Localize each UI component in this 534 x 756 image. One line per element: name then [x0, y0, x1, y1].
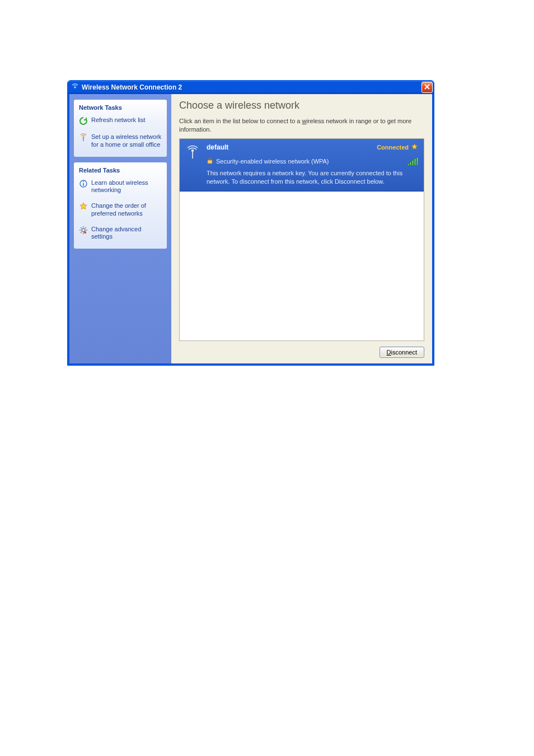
related-tasks-heading: Related Tasks	[79, 167, 162, 174]
refresh-network-list[interactable]: Refresh network list	[79, 116, 162, 125]
task-label: Set up a wireless network for a home or …	[91, 133, 162, 149]
learn-about-wireless[interactable]: Learn about wireless networking	[79, 179, 162, 195]
network-name: default	[207, 143, 228, 151]
titlebar: Wireless Network Connection 2	[68, 81, 434, 94]
sidebar: Network Tasks Refresh network list Set u…	[69, 94, 171, 363]
network-tasks-heading: Network Tasks	[79, 104, 162, 111]
network-status: Connected	[377, 143, 418, 152]
window-title: Wireless Network Connection 2	[82, 83, 421, 91]
disconnect-button[interactable]: Disconnect	[380, 347, 424, 358]
info-icon	[79, 179, 88, 188]
task-label: Change the order of preferred networks	[91, 202, 162, 218]
network-item[interactable]: default Connected	[180, 139, 424, 192]
wireless-network-window: Wireless Network Connection 2 Network Ta…	[67, 80, 434, 366]
window-body: Network Tasks Refresh network list Set u…	[68, 94, 434, 365]
signal-strength-icon	[407, 157, 418, 166]
refresh-icon	[79, 116, 88, 125]
network-antenna-icon	[184, 143, 201, 186]
close-button[interactable]	[421, 82, 433, 93]
button-row: Disconnect	[179, 341, 424, 358]
button-underline: D	[387, 349, 391, 356]
main-subtext: Click an item in the list below to conne…	[179, 117, 424, 134]
gear-icon	[79, 226, 88, 235]
main-heading: Choose a wireless network	[179, 100, 424, 111]
svg-point-6	[82, 228, 85, 232]
close-icon	[424, 84, 430, 91]
network-body: default Connected	[207, 143, 418, 186]
task-label: Change advanced settings	[91, 226, 162, 241]
network-description: This network requires a network key. You…	[207, 169, 418, 186]
button-rest: isconnect	[391, 349, 417, 356]
task-label: Learn about wireless networking	[91, 179, 162, 195]
svg-rect-9	[192, 151, 193, 158]
change-order-networks[interactable]: Change the order of preferred networks	[79, 202, 162, 218]
network-header-row: default Connected	[207, 143, 418, 152]
change-advanced-settings[interactable]: Change advanced settings	[79, 226, 162, 241]
svg-rect-10	[208, 160, 212, 164]
setup-wireless-network[interactable]: Set up a wireless network for a home or …	[79, 133, 162, 149]
security-left: Security-enabled wireless network (WPA)	[207, 157, 329, 165]
security-text: Security-enabled wireless network (WPA)	[216, 158, 329, 165]
subtext-pre: Click an item in the list below to conne…	[179, 118, 302, 124]
wireless-icon	[71, 83, 79, 91]
network-security-row: Security-enabled wireless network (WPA)	[207, 157, 418, 166]
status-text: Connected	[377, 144, 409, 151]
svg-rect-4	[83, 183, 84, 186]
lock-icon	[207, 157, 213, 165]
svg-rect-2	[83, 138, 84, 141]
svg-point-0	[74, 86, 76, 88]
svg-point-7	[84, 231, 86, 234]
star-order-icon	[79, 202, 88, 211]
antenna-setup-icon	[79, 133, 88, 142]
network-list[interactable]: default Connected	[179, 138, 424, 341]
svg-point-5	[83, 181, 84, 182]
related-tasks-panel: Related Tasks Learn about wireless netwo…	[74, 162, 167, 249]
star-icon	[411, 143, 418, 152]
task-label: Refresh network list	[91, 116, 146, 124]
main-content: Choose a wireless network Click an item …	[171, 94, 432, 363]
network-tasks-panel: Network Tasks Refresh network list Set u…	[74, 100, 167, 157]
